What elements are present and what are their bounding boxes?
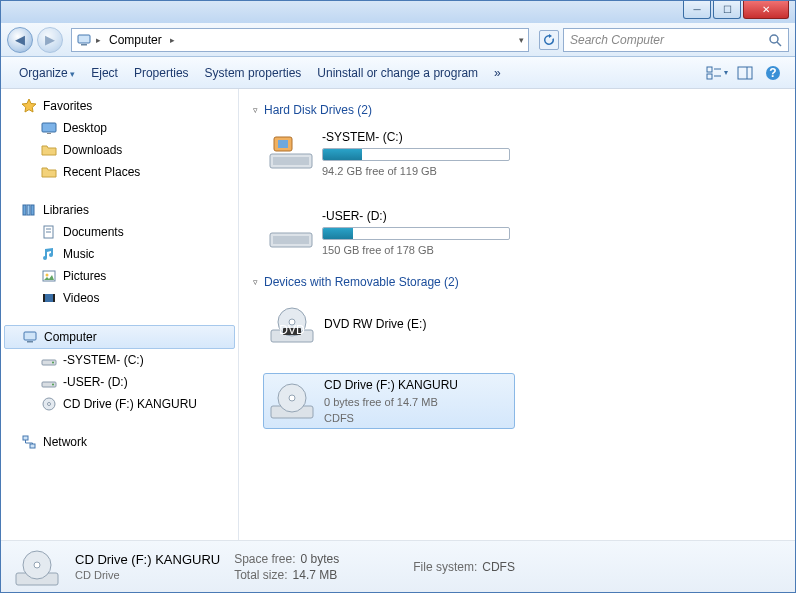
status-key: File system: <box>413 560 477 574</box>
svg-rect-23 <box>43 294 45 302</box>
sidebar-item-documents[interactable]: Documents <box>1 221 238 243</box>
drive-label: -SYSTEM- (C:) <box>322 130 510 144</box>
toolbar: Organize Eject Properties System propert… <box>1 57 795 89</box>
search-placeholder: Search Computer <box>570 33 664 47</box>
preview-pane-button[interactable] <box>733 61 757 85</box>
computer-icon <box>22 329 38 345</box>
drive-dvd-e[interactable]: DVD DVD RW Drive (E:) <box>263 297 515 351</box>
sidebar-item-desktop[interactable]: Desktop <box>1 117 238 139</box>
sidebar-item-user-d[interactable]: -USER- (D:) <box>1 371 238 393</box>
progress-bar <box>322 227 510 240</box>
eject-button[interactable]: Eject <box>83 62 126 84</box>
sidebar-item-pictures[interactable]: Pictures <box>1 265 238 287</box>
cd-icon <box>268 378 316 422</box>
properties-button[interactable]: Properties <box>126 62 197 84</box>
search-icon <box>768 33 782 47</box>
address-bar[interactable]: ▸ Computer ▸ ▾ <box>71 28 529 52</box>
hdd-icon <box>268 130 314 174</box>
refresh-button[interactable] <box>539 30 559 50</box>
uninstall-button[interactable]: Uninstall or change a program <box>309 62 486 84</box>
breadcrumb-sep: ▸ <box>170 35 175 45</box>
progress-bar <box>322 148 510 161</box>
system-properties-button[interactable]: System properties <box>197 62 310 84</box>
sidebar-item-downloads[interactable]: Downloads <box>1 139 238 161</box>
svg-rect-1 <box>81 44 87 46</box>
folder-icon <box>41 164 57 180</box>
nav-bar: ◀ ▶ ▸ Computer ▸ ▾ Search Computer <box>1 23 795 57</box>
status-value: 14.7 MB <box>293 568 338 582</box>
music-icon <box>41 246 57 262</box>
svg-rect-14 <box>23 205 26 215</box>
sidebar-network-label: Network <box>43 435 87 449</box>
forward-button[interactable]: ▶ <box>37 27 63 53</box>
hdd-icon <box>268 209 314 253</box>
svg-rect-24 <box>53 294 55 302</box>
svg-rect-8 <box>738 67 752 79</box>
svg-rect-13 <box>47 133 51 134</box>
videos-icon <box>41 290 57 306</box>
svg-text:?: ? <box>769 66 776 80</box>
svg-rect-5 <box>707 74 712 79</box>
pictures-icon <box>41 268 57 284</box>
svg-point-32 <box>48 403 51 406</box>
organize-button[interactable]: Organize <box>11 62 83 84</box>
minimize-button[interactable]: ─ <box>683 1 711 19</box>
status-key: Space free: <box>234 552 295 566</box>
drive-user-d[interactable]: -USER- (D:) 150 GB free of 178 GB <box>263 204 515 261</box>
sidebar-item-system-c[interactable]: -SYSTEM- (C:) <box>1 349 238 371</box>
toolbar-more-button[interactable]: » <box>486 62 509 84</box>
svg-rect-25 <box>24 332 36 340</box>
sidebar-favorites[interactable]: Favorites <box>1 95 238 117</box>
drive-system-c[interactable]: -SYSTEM- (C:) 94.2 GB free of 119 GB <box>263 125 515 182</box>
maximize-button[interactable]: ☐ <box>713 1 741 19</box>
close-button[interactable]: ✕ <box>743 1 789 19</box>
sidebar-libraries-label: Libraries <box>43 203 89 217</box>
status-title: CD Drive (F:) KANGURU <box>75 552 220 567</box>
breadcrumb-computer[interactable]: Computer <box>105 31 166 49</box>
view-options-button[interactable]: ▾ <box>705 61 729 85</box>
svg-rect-36 <box>273 157 309 165</box>
svg-line-3 <box>777 42 781 46</box>
sidebar-favorites-label: Favorites <box>43 99 92 113</box>
status-bar: CD Drive (F:) KANGURU CD Drive Space fre… <box>1 540 795 592</box>
help-button[interactable]: ? <box>761 61 785 85</box>
svg-rect-12 <box>42 123 56 132</box>
svg-rect-0 <box>78 35 90 43</box>
status-value: 0 bytes <box>301 552 340 566</box>
sidebar-libraries[interactable]: Libraries <box>1 199 238 221</box>
svg-rect-26 <box>27 341 33 343</box>
section-hdd[interactable]: ▿Hard Disk Drives (2) <box>253 103 781 117</box>
svg-point-21 <box>46 274 49 277</box>
sidebar-item-music[interactable]: Music <box>1 243 238 265</box>
search-input[interactable]: Search Computer <box>563 28 789 52</box>
svg-rect-16 <box>31 205 34 215</box>
libraries-icon <box>21 202 37 218</box>
status-value: CDFS <box>482 560 515 574</box>
sidebar-item-videos[interactable]: Videos <box>1 287 238 309</box>
drive-cd-kanguru[interactable]: CD Drive (F:) KANGURU 0 bytes free of 14… <box>263 373 515 429</box>
title-bar: ─ ☐ ✕ <box>1 1 795 23</box>
svg-text:DVD: DVD <box>279 323 305 337</box>
sidebar-item-recent[interactable]: Recent Places <box>1 161 238 183</box>
sidebar-item-cd-kanguru[interactable]: CD Drive (F:) KANGURU <box>1 393 238 415</box>
address-dropdown-icon[interactable]: ▾ <box>519 35 524 45</box>
svg-rect-15 <box>27 205 30 215</box>
drive-label: CD Drive (F:) KANGURU <box>324 378 510 392</box>
drive-stats: 94.2 GB free of 119 GB <box>322 165 510 177</box>
svg-rect-4 <box>707 67 712 72</box>
folder-icon <box>41 142 57 158</box>
star-icon <box>21 98 37 114</box>
breadcrumb-sep: ▸ <box>96 35 101 45</box>
status-subtitle: CD Drive <box>75 569 220 581</box>
back-button[interactable]: ◀ <box>7 27 33 53</box>
sidebar: Favorites Desktop Downloads Recent Place… <box>1 89 239 540</box>
sidebar-computer[interactable]: Computer <box>4 325 235 349</box>
svg-point-28 <box>52 362 54 364</box>
svg-rect-34 <box>30 444 35 448</box>
drive-fs: CDFS <box>324 412 510 424</box>
sidebar-network[interactable]: Network <box>1 431 238 453</box>
svg-point-51 <box>34 562 40 568</box>
svg-point-48 <box>289 395 295 401</box>
svg-point-30 <box>52 384 54 386</box>
section-removable[interactable]: ▿Devices with Removable Storage (2) <box>253 275 781 289</box>
